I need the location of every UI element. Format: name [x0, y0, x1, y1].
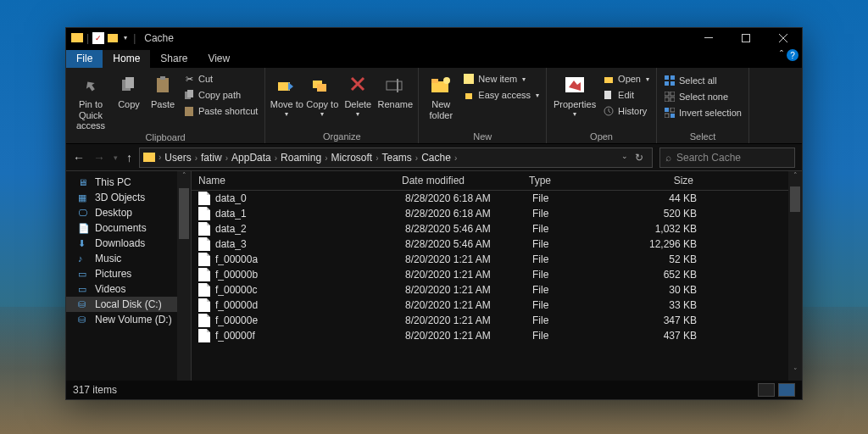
tree-item[interactable]: ▭Videos: [66, 281, 191, 297]
tree-item[interactable]: 🖵Desktop: [66, 205, 191, 220]
nav-forward-button[interactable]: →: [93, 151, 105, 164]
history-icon: [603, 105, 615, 117]
file-row[interactable]: data_28/28/2020 5:46 AMFile1,032 KB: [192, 221, 802, 236]
file-icon: [198, 314, 210, 327]
nav-back-button[interactable]: ←: [73, 151, 85, 164]
breadcrumb-segment[interactable]: Users: [161, 152, 194, 164]
scroll-up-icon[interactable]: ˄: [177, 171, 191, 185]
file-row[interactable]: f_00000a8/20/2020 1:21 AMFile52 KB: [192, 252, 802, 267]
help-icon[interactable]: ?: [787, 49, 798, 61]
tree-item[interactable]: ▭Pictures: [66, 266, 191, 281]
qat-folder-icon[interactable]: [108, 34, 118, 42]
file-row[interactable]: f_00000f8/20/2020 1:21 AMFile437 KB: [192, 328, 802, 343]
delete-button[interactable]: Delete▾: [340, 70, 376, 118]
file-row[interactable]: data_08/28/2020 6:18 AMFile44 KB: [192, 191, 802, 206]
chevron-right-icon[interactable]: ›: [454, 153, 457, 163]
tree-item[interactable]: ▦3D Objects: [66, 190, 191, 205]
select-all-button[interactable]: Select all: [660, 73, 745, 88]
maximize-button[interactable]: [727, 28, 765, 47]
svg-rect-23: [665, 75, 669, 80]
breadcrumb-segment[interactable]: AppData: [228, 152, 275, 164]
copy-to-button[interactable]: Copy to▾: [304, 70, 340, 118]
copy-button[interactable]: Copy: [112, 70, 146, 110]
file-list[interactable]: Name Date modified Type Size data_08/28/…: [192, 171, 802, 381]
tab-file[interactable]: File: [66, 50, 103, 68]
copy-path-button[interactable]: Copy path: [180, 87, 261, 103]
tree-item[interactable]: ⛁Local Disk (C:): [66, 297, 191, 312]
move-to-button[interactable]: Move to▾: [269, 70, 304, 118]
breadcrumb-segment[interactable]: fatiw: [198, 152, 225, 164]
qat-properties-icon[interactable]: ✓: [92, 32, 104, 44]
nav-up-button[interactable]: ↑: [126, 151, 132, 164]
column-name[interactable]: Name: [192, 175, 395, 186]
tree-item[interactable]: ♪Music: [66, 251, 191, 266]
select-none-button[interactable]: Select none: [660, 89, 745, 104]
tree-item[interactable]: ⬇Downloads: [66, 236, 191, 251]
scroll-up-icon[interactable]: ˄: [788, 171, 802, 185]
svg-rect-9: [278, 82, 290, 91]
file-icon: [198, 268, 210, 281]
view-large-button[interactable]: [778, 383, 795, 397]
file-row[interactable]: f_00000b8/20/2020 1:21 AMFile652 KB: [192, 267, 802, 282]
title-bar[interactable]: | ✓ ▾ | Cache: [66, 28, 802, 47]
collapse-ribbon-icon[interactable]: ˆ: [780, 49, 783, 61]
file-row[interactable]: f_00000e8/20/2020 1:21 AMFile347 KB: [192, 313, 802, 328]
tab-view[interactable]: View: [198, 50, 240, 68]
paste-button[interactable]: Paste: [146, 70, 180, 110]
cut-button[interactable]: ✂Cut: [180, 71, 261, 86]
file-row[interactable]: data_18/28/2020 6:18 AMFile520 KB: [192, 206, 802, 221]
folder-icon: [143, 153, 155, 162]
file-name: data_1: [215, 208, 398, 220]
file-row[interactable]: data_38/28/2020 5:46 AMFile12,296 KB: [192, 236, 802, 252]
svg-rect-27: [665, 92, 669, 96]
breadcrumb-dropdown-icon[interactable]: ⌄: [621, 152, 628, 164]
nav-recent-dropdown[interactable]: ▾: [114, 153, 118, 162]
svg-rect-3: [125, 77, 134, 88]
scroll-down-icon[interactable]: ˅: [788, 367, 802, 381]
scroll-thumb[interactable]: [790, 186, 800, 212]
tab-home[interactable]: Home: [103, 50, 150, 68]
breadcrumb-segment[interactable]: Teams: [379, 152, 415, 164]
history-button[interactable]: History: [599, 103, 653, 119]
pin-quick-access-button[interactable]: Pin to Quick access: [70, 70, 112, 131]
edit-button[interactable]: Edit: [599, 87, 653, 103]
close-button[interactable]: [765, 28, 802, 47]
tree-item[interactable]: 🖥This PC: [66, 175, 191, 190]
navigation-tree[interactable]: 🖥This PC▦3D Objects🖵Desktop📄Documents⬇Do…: [66, 171, 192, 381]
column-type[interactable]: Type: [522, 175, 615, 186]
minimize-button[interactable]: [690, 28, 727, 47]
properties-button[interactable]: Properties▾: [550, 70, 599, 118]
qat-dropdown-icon[interactable]: ▾: [121, 34, 130, 42]
scroll-thumb[interactable]: [179, 188, 189, 239]
tree-item[interactable]: ⛁New Volume (D:): [66, 312, 191, 327]
open-button[interactable]: Open▾: [599, 71, 653, 86]
list-scrollbar[interactable]: ˄ ˅: [788, 171, 802, 381]
column-headers[interactable]: Name Date modified Type Size: [192, 171, 802, 191]
breadcrumb-segment[interactable]: Cache: [418, 152, 454, 164]
column-size[interactable]: Size: [615, 175, 700, 186]
file-date: 8/28/2020 5:46 AM: [398, 238, 526, 250]
view-details-button[interactable]: [758, 383, 775, 397]
breadcrumb[interactable]: › Users›fatiw›AppData›Roaming›Microsoft›…: [139, 147, 653, 168]
file-icon: [198, 253, 210, 266]
refresh-icon[interactable]: ↻: [635, 152, 643, 164]
pics-icon: ▭: [78, 269, 90, 280]
easy-access-button[interactable]: Easy access▾: [459, 87, 542, 103]
file-size: 652 KB: [619, 269, 704, 281]
file-type: File: [526, 269, 619, 281]
invert-selection-button[interactable]: Invert selection: [660, 105, 745, 120]
file-row[interactable]: f_00000d8/20/2020 1:21 AMFile33 KB: [192, 298, 802, 313]
tree-scrollbar[interactable]: ˄: [177, 171, 191, 381]
new-item-button[interactable]: New item▾: [459, 71, 542, 86]
chevron-right-icon[interactable]: ›: [376, 153, 378, 163]
search-input[interactable]: ⌕ Search Cache: [659, 147, 795, 168]
new-folder-button[interactable]: New folder: [422, 70, 459, 120]
file-row[interactable]: f_00000c8/20/2020 1:21 AMFile30 KB: [192, 282, 802, 298]
tree-item[interactable]: 📄Documents: [66, 220, 191, 236]
paste-shortcut-button[interactable]: Paste shortcut: [180, 103, 261, 119]
tab-share[interactable]: Share: [150, 50, 198, 68]
breadcrumb-segment[interactable]: Microsoft: [327, 152, 376, 164]
rename-button[interactable]: Rename: [376, 70, 415, 110]
column-date[interactable]: Date modified: [395, 175, 522, 186]
breadcrumb-segment[interactable]: Roaming: [277, 152, 325, 164]
